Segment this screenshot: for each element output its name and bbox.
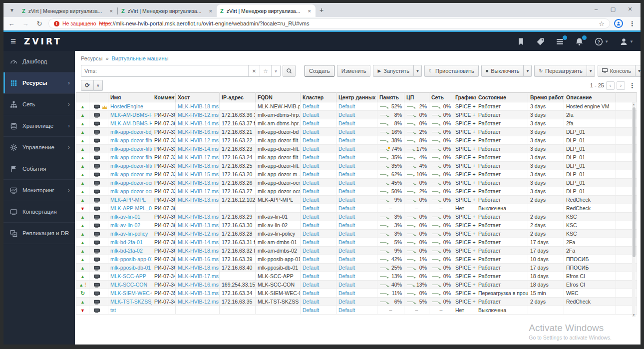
vm-name-link[interactable]: mlk-app-dozor-ocr2_ — [108, 187, 152, 196]
back-icon[interactable]: ← — [6, 20, 16, 27]
vm-table-row[interactable]: ▲mlk-app-dozor-filter5РИ-07-3375MLK-HVIB… — [76, 153, 637, 162]
vm-name-link[interactable]: mlk-app-dozor-filter3 — [108, 145, 152, 153]
vm-table-row[interactable]: ▲mlk-app-dozor-ocr2_РИ-07-3375MLK-HVIB-1… — [76, 187, 637, 196]
browser-tab[interactable]: ZzVirt | Менеджер виртуализа...× — [217, 4, 316, 17]
column-header[interactable]: Состояние — [476, 93, 528, 102]
vm-host-link[interactable]: MLK-HVIB-17.msk.ae — [176, 272, 220, 281]
vm-cluster-link[interactable]: Default — [301, 196, 336, 204]
vm-cluster-link[interactable]: Default — [301, 213, 336, 221]
column-header[interactable]: Имя — [108, 93, 152, 102]
toolbar-button-перезагрузить[interactable]: ↻Перезагрузить — [534, 65, 587, 77]
window-close-button[interactable]: ✕ — [622, 3, 639, 15]
column-header[interactable]: Графика — [453, 93, 476, 102]
vm-datacenter-link[interactable]: Default — [336, 111, 377, 119]
refresh-caret-icon[interactable]: ∨ — [94, 80, 103, 91]
search-clear-icon[interactable]: ✕ — [248, 65, 260, 76]
column-header[interactable]: Описание — [564, 93, 616, 102]
vm-datacenter-link[interactable]: Default — [336, 102, 377, 111]
sidebar-item-resources[interactable]: Ресурсы› — [3, 72, 75, 94]
search-favorite-icon[interactable]: ☆ — [260, 65, 271, 76]
vm-datacenter-link[interactable]: Default — [336, 119, 377, 128]
vm-host-link[interactable]: MLK-HVIB-16.msk.ae — [176, 128, 220, 136]
vm-cluster-link[interactable]: Default — [301, 119, 336, 128]
vm-datacenter-link[interactable]: Default — [336, 145, 377, 153]
vm-table-row[interactable]: ▲mlk-av-lin-01РИ-07-3644MLK-HVIB-13.msk.… — [76, 213, 637, 221]
vm-cluster-link[interactable]: Default — [301, 128, 336, 136]
vm-table-row[interactable]: ▲mlk-app-dozor-filter3РИ-07-3375MLK-HVIB… — [76, 145, 637, 153]
vm-host-link[interactable]: MLK-HVIB-18.msk.ae — [176, 162, 220, 170]
vm-name-link[interactable]: MLK-TST-SKZSS_01 — [108, 298, 152, 306]
vm-name-link[interactable]: MLK-AM-DBMS-HPR- — [108, 111, 152, 119]
tag-icon-button[interactable] — [536, 37, 545, 46]
window-minimize-button[interactable]: – — [588, 3, 605, 15]
sidebar-item-replication[interactable]: Репликация и DR — [3, 223, 75, 244]
vm-table-row[interactable]: ▲mlk-pposib-app-01РИ-07-3614MLK-HVIB-16.… — [76, 255, 637, 264]
vm-cluster-link[interactable]: Default — [301, 230, 336, 238]
vm-host-link[interactable]: MLK-HVIB-17.msk.ae — [176, 187, 220, 196]
vm-cluster-link[interactable]: Default — [301, 153, 336, 162]
vm-datacenter-link[interactable]: Default — [336, 238, 377, 247]
hamburger-menu-icon[interactable]: ≡ — [10, 36, 16, 47]
vm-table-row[interactable]: ↻MLK-SIEM-WEC-01РИ-07-3588MLK-HVIB-13.ms… — [76, 289, 637, 298]
vm-datacenter-link[interactable]: Default — [336, 298, 377, 306]
toolbar-button-запустить[interactable]: ▶Запустить — [373, 65, 413, 77]
vm-datacenter-link[interactable]: Default — [336, 162, 377, 170]
vm-datacenter-link[interactable]: Default — [336, 289, 377, 298]
vm-host-link[interactable]: MLK-HVIB-17.msk.ae — [176, 153, 220, 162]
vm-host-link[interactable]: MLK-HVIB-13.msk.ae — [176, 213, 220, 221]
vm-datacenter-link[interactable]: Default — [336, 221, 377, 230]
tab-search-button[interactable]: ▼ — [5, 4, 18, 16]
vm-host-link[interactable]: MLK-HVIB-16.msk.ae — [176, 281, 220, 289]
scroll-down-icon[interactable]: ▼ — [632, 314, 636, 317]
vm-host-link[interactable]: MLK-HVIB-13.msk.ae — [176, 179, 220, 187]
toolbar-button-консоль[interactable]: Консоль — [598, 65, 636, 77]
vm-datacenter-link[interactable]: Default — [336, 247, 377, 255]
new-tab-button[interactable]: + — [316, 4, 327, 16]
vm-table-row[interactable]: ▲HostedEngineMLK-HVIB-18.msk.aeMLK-NEW-H… — [76, 102, 637, 111]
vm-name-link[interactable]: MLK-APP-MPL_01 — [108, 204, 152, 213]
vm-cluster-link[interactable]: Default — [301, 272, 336, 281]
vm-cluster-link[interactable]: Default — [301, 111, 336, 119]
table-scrollbar[interactable]: ▲ ▼ — [632, 102, 636, 317]
vm-table-row[interactable]: ▲MLK-AM-DBMS-HPR-РИ-07-3638MLK-HVIB-14.m… — [76, 119, 637, 128]
vm-host-link[interactable]: MLK-HVIB-14.msk.ae — [176, 145, 220, 153]
vm-cluster-link[interactable]: Default — [301, 179, 336, 187]
vm-name-link[interactable]: mlk-av-lin-policy — [108, 230, 152, 238]
column-header[interactable]: FQDN — [256, 93, 301, 102]
tab-close-icon[interactable]: × — [307, 8, 312, 14]
grid-kebab-icon[interactable]: ⋮ — [629, 82, 636, 89]
sidebar-item-events[interactable]: События — [3, 158, 75, 180]
browser-menu-kebab-icon[interactable]: ⋮ — [627, 20, 638, 27]
vm-cluster-link[interactable]: Default — [301, 145, 336, 153]
vm-cluster-link[interactable]: Default — [301, 136, 336, 145]
bookmark-star-icon[interactable]: ☆ — [599, 20, 605, 27]
column-header[interactable]: Время работы — [528, 93, 564, 102]
url-bar[interactable]: ! Не защищено https://mlk-new-hvib-porta… — [48, 18, 610, 28]
vm-datacenter-link[interactable]: Default — [336, 230, 377, 238]
vm-datacenter-link[interactable]: Default — [336, 213, 377, 221]
column-header[interactable]: IP-адрес — [220, 93, 256, 102]
toolbar-button-создать[interactable]: Создать — [305, 65, 334, 77]
refresh-button[interactable]: ⟳ — [81, 80, 94, 91]
vm-cluster-link[interactable]: Default — [301, 102, 336, 111]
vm-name-link[interactable]: mlk-pposib-app-01 — [108, 255, 152, 264]
vm-table-row[interactable]: ▲MLK-AM-DBMS-HPR-РИ-07-3638MLK-HVIB-12.m… — [76, 111, 637, 119]
vm-table-row[interactable]: ▲mlk-app-dozor-filter6РИ-07-3375MLK-HVIB… — [76, 162, 637, 170]
browser-tab[interactable]: ZzVirt | Менеджер виртуализа...× — [118, 4, 217, 17]
page-next-button[interactable]: › — [617, 81, 625, 90]
forward-icon[interactable]: → — [20, 20, 30, 27]
vm-table-row[interactable]: ▼MLK-APP-MPL_01РИ-07-3618DefaultDefault–… — [76, 204, 637, 213]
vm-datacenter-link[interactable]: Default — [336, 272, 377, 281]
sidebar-item-conversion[interactable]: Конвертация — [3, 201, 75, 223]
vm-datacenter-link[interactable]: Default — [336, 179, 377, 187]
vm-datacenter-link[interactable]: Default — [336, 255, 377, 264]
sidebar-item-monitoring[interactable]: Мониторинг› — [3, 180, 75, 201]
column-header[interactable]: Кластер — [301, 93, 336, 102]
search-submit-button[interactable] — [283, 65, 296, 77]
search-caret-icon[interactable]: ∨ — [271, 65, 280, 76]
vm-host-link[interactable]: MLK-HVIB-18.msk.ae — [176, 264, 220, 272]
toolbar-caret-icon[interactable]: ▼ — [414, 65, 422, 77]
vm-host-link[interactable] — [176, 204, 220, 213]
column-header[interactable]: Комментарий — [152, 93, 176, 102]
vm-cluster-link[interactable]: Default — [301, 187, 336, 196]
